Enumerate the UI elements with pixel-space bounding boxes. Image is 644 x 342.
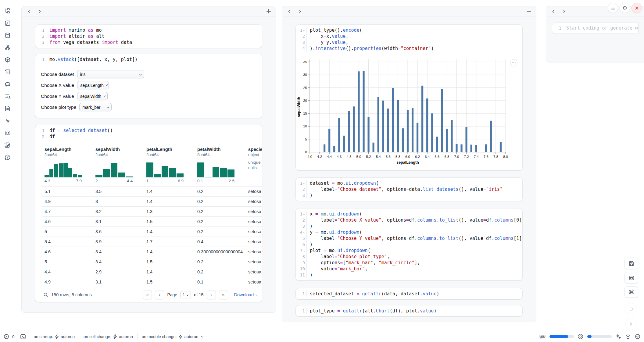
terminal-icon[interactable] (20, 334, 26, 340)
table-row[interactable]: 5.13.51.40.2setosa (42, 186, 262, 196)
cell-imports[interactable]: 1import marimo as mo2import altair as al… (35, 25, 262, 48)
page-select[interactable]: 1 (180, 291, 191, 298)
stop-button[interactable] (625, 303, 637, 315)
table-row[interactable]: 4.63.11.50.2setosa (42, 216, 262, 226)
cell-xy-plot-dropdowns[interactable]: 1x = mo.ui.dropdown(2 label="Choose X va… (296, 208, 522, 280)
table-cell: 4.6 (42, 219, 93, 224)
cell-selected-dataset[interactable]: 1selected_dataset = getattr(data, datase… (296, 288, 522, 299)
svg-text:5: 5 (305, 137, 307, 141)
table-cell: setosa (246, 219, 262, 224)
cell-plot[interactable]: 1plot_type().encode(2 x=x.value,3 y=y.va… (296, 25, 522, 170)
generate-link[interactable]: generate (610, 25, 632, 31)
editor-placeholder[interactable]: Start coding or generate with (563, 25, 638, 31)
close-button[interactable] (631, 3, 642, 13)
cell-scratch[interactable]: 1 Start coding or generate with (552, 23, 638, 34)
cell-plot-type[interactable]: 1plot_type = getattr(alt.Chart(df), plot… (296, 305, 522, 316)
prev-page-button[interactable]: ‹ (155, 290, 164, 299)
table-cell: 3.6 (93, 229, 144, 234)
on-cell-change-setting[interactable]: on cell change: autorun (79, 334, 137, 339)
search-icon[interactable] (43, 292, 48, 297)
dropdown-select[interactable]: sepalWidth (77, 92, 108, 100)
on-module-change-setting[interactable]: on module change: autorun (138, 334, 207, 339)
chart-output: 4.04.24.44.64.85.05.25.45.65.86.06.26.46… (296, 54, 522, 170)
cell-vstack[interactable]: 1mo.vstack([dataset, x, y, plot]) Choose… (35, 54, 262, 118)
file-tree-icon[interactable] (4, 7, 11, 15)
svg-text:6.0: 6.0 (405, 155, 410, 159)
table-row[interactable]: 4.63.41.40.30000000000000004setosa (42, 247, 262, 257)
table-column-header[interactable]: speciesobjectuniquenulls: (246, 147, 262, 183)
collapse-right-icon[interactable] (561, 9, 567, 14)
table-cell: setosa (246, 280, 262, 284)
table-row[interactable]: 4.93.11.50.1setosa (42, 277, 262, 287)
column-panel-1: 1import marimo as mo2import altair as al… (21, 6, 276, 313)
bolt-icon (113, 334, 117, 339)
errors-icon[interactable] (4, 334, 9, 339)
menu-button[interactable] (608, 3, 618, 13)
cell-dataset-dropdown[interactable]: 1dataset = mo.ui.dropdown(2 label="Choos… (296, 178, 522, 201)
save-button[interactable] (624, 258, 638, 269)
table-column-header[interactable]: petalLengthfloat6416.9 (144, 147, 195, 183)
svg-text:7.4: 7.4 (474, 155, 479, 159)
activity-icon[interactable] (4, 117, 11, 124)
database-icon[interactable] (4, 32, 11, 39)
hierarchy-icon[interactable] (4, 44, 11, 51)
code-editor[interactable]: 1selected_dataset = getattr(data, datase… (296, 288, 522, 299)
scroll-icon[interactable] (4, 68, 11, 76)
table-row[interactable]: 4.931.40.2setosa (42, 196, 262, 206)
code-editor[interactable]: 1mo.vstack([dataset, x, y, plot]) (35, 54, 262, 65)
next-page-button[interactable]: › (207, 290, 216, 299)
table-column-header[interactable]: petalWidthfloat640.12.5 (195, 147, 246, 183)
settings-gear-button[interactable]: ⚙ (620, 3, 630, 13)
table-column-header[interactable]: sepalWidthfloat6424.4 (93, 147, 144, 183)
keyboard-shortcuts-button[interactable]: ⌘ (624, 286, 638, 298)
dropdown-select[interactable]: sepalLength (77, 81, 109, 89)
table-cell: setosa (246, 229, 262, 234)
code-editor[interactable]: 1df = selected_dataset()2df (35, 125, 262, 142)
cell-dataframe[interactable]: 1df = selected_dataset()2df sepalLengthf… (35, 125, 262, 302)
add-cell-button[interactable] (266, 9, 271, 14)
document-icon[interactable] (4, 105, 11, 112)
collapse-left-icon[interactable] (286, 9, 292, 14)
collapse-left-icon[interactable] (26, 9, 31, 14)
chatbot-icon[interactable] (4, 80, 11, 88)
download-button[interactable]: Download (234, 292, 258, 297)
code-editor[interactable]: 1plot_type().encode(2 x=x.value,3 y=y.va… (296, 25, 522, 54)
on-startup-setting[interactable]: on startup: autorun (30, 334, 79, 339)
help-icon[interactable] (4, 154, 11, 161)
code-editor[interactable]: 1plot_type = getattr(alt.Chart(df), plot… (296, 305, 522, 316)
collapse-right-icon[interactable] (297, 9, 303, 14)
collapse-left-icon[interactable] (550, 9, 556, 14)
code-editor[interactable]: 1x = mo.ui.dropdown(2 label="Choose X va… (296, 208, 522, 280)
layout-button[interactable] (624, 272, 638, 283)
collapse-right-icon[interactable] (37, 9, 42, 14)
notebook-icon[interactable] (4, 141, 11, 149)
vega-actions-button[interactable] (510, 59, 517, 66)
panel-2-header (282, 6, 536, 16)
last-page-button[interactable]: » (219, 290, 228, 299)
function-icon[interactable] (4, 20, 11, 27)
package-icon[interactable] (4, 56, 11, 63)
svg-text:6.2: 6.2 (415, 155, 420, 159)
table-row[interactable]: 53.41.50.2setosa (42, 257, 262, 267)
table-row[interactable]: 53.61.40.2setosa (42, 226, 262, 237)
run-all-button[interactable] (625, 318, 637, 330)
ai-sparkles-icon[interactable] (616, 334, 621, 339)
table-column-header[interactable]: sepalLengthfloat644.37.9 (42, 147, 93, 183)
table-cell: 0.1 (195, 280, 246, 284)
table-row[interactable]: 4.73.21.30.2setosa (42, 206, 262, 216)
snippet-icon[interactable] (4, 129, 11, 137)
first-page-button[interactable]: « (143, 290, 152, 299)
table-cell: 1.3 (144, 209, 195, 214)
code-editor[interactable]: 1import marimo as mo2import altair as al… (35, 25, 262, 48)
column-histogram (95, 160, 133, 177)
table-cell: 3.4 (93, 259, 144, 264)
code-editor[interactable]: 1dataset = mo.ui.dropdown(2 label="Choos… (296, 178, 522, 201)
dropdown-select[interactable]: mark_bar (79, 103, 112, 111)
dropdown-select[interactable]: iris (77, 70, 144, 78)
copilot-icon[interactable] (625, 334, 631, 339)
table-row[interactable]: 4.42.91.40.2setosa (42, 267, 262, 277)
list-search-icon[interactable] (4, 93, 11, 100)
connection-status-icon[interactable] (635, 334, 640, 339)
add-cell-button[interactable] (526, 9, 532, 14)
table-row[interactable]: 5.43.91.70.4setosa (42, 237, 262, 247)
